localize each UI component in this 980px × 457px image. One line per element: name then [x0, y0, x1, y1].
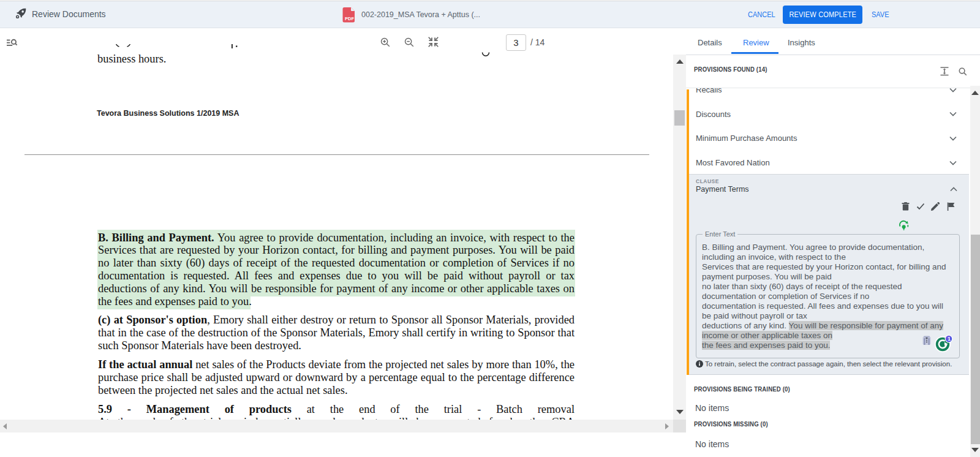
svg-text:PDF: PDF [345, 16, 354, 21]
svg-text:1: 1 [948, 336, 951, 342]
